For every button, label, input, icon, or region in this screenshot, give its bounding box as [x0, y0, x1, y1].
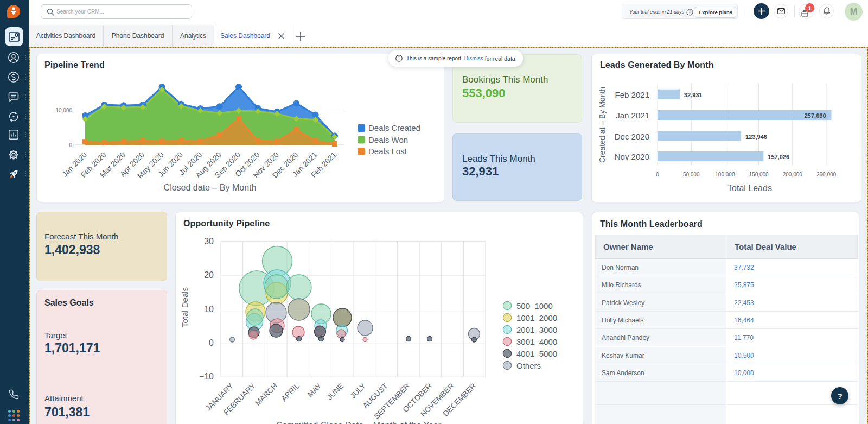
svg-text:123,946: 123,946 [745, 134, 767, 140]
svg-text:−10: −10 [199, 372, 214, 381]
svg-text:100,000: 100,000 [715, 172, 735, 178]
svg-text:4001–5000: 4001–5000 [516, 349, 557, 358]
svg-text:Others: Others [516, 361, 541, 370]
svg-text:0: 0 [209, 338, 214, 347]
svg-text:Committed Close Date – Month o: Committed Close Date – Month of the Year [276, 421, 442, 424]
svg-text:200,000: 200,000 [783, 172, 803, 178]
svg-text:Total Deals: Total Deals [180, 287, 189, 327]
svg-text:250,000: 250,000 [816, 172, 837, 178]
svg-text:500–1000: 500–1000 [516, 301, 553, 311]
svg-text:Deals Created: Deals Created [368, 123, 420, 132]
svg-text:Deals Won: Deals Won [368, 135, 408, 144]
svg-text:0: 0 [69, 142, 72, 148]
svg-text:20: 20 [204, 270, 214, 280]
svg-text:JULY: JULY [348, 381, 367, 400]
svg-text:3001–4000: 3001–4000 [516, 337, 557, 346]
svg-text:Created at – By Month: Created at – By Month [598, 87, 607, 163]
svg-text:32,931: 32,931 [684, 92, 703, 98]
svg-text:150,000: 150,000 [749, 172, 769, 178]
svg-text:257,630: 257,630 [805, 112, 826, 119]
svg-text:1001–2000: 1001–2000 [516, 313, 557, 322]
svg-text:Deals Lost: Deals Lost [368, 147, 407, 156]
svg-text:10,000: 10,000 [55, 107, 72, 113]
svg-text:Closed date – By Month: Closed date – By Month [164, 183, 257, 192]
svg-text:157,026: 157,026 [768, 154, 789, 160]
svg-text:Total Leads: Total Leads [727, 183, 772, 193]
svg-text:JUNE: JUNE [325, 381, 345, 401]
svg-text:MARCH: MARCH [253, 381, 279, 407]
svg-text:50,000: 50,000 [683, 172, 700, 178]
svg-text:MAY: MAY [306, 381, 323, 398]
svg-text:0: 0 [656, 172, 659, 178]
svg-text:2001–3000: 2001–3000 [516, 325, 557, 334]
svg-text:Jan 2021: Jan 2021 [616, 111, 649, 120]
svg-text:APRIL: APRIL [279, 381, 301, 403]
svg-text:Feb 2021: Feb 2021 [615, 90, 649, 99]
svg-text:30: 30 [204, 237, 214, 246]
svg-text:Dec 2020: Dec 2020 [615, 132, 649, 141]
svg-text:Nov 2020: Nov 2020 [615, 152, 649, 161]
svg-text:10: 10 [204, 305, 214, 314]
